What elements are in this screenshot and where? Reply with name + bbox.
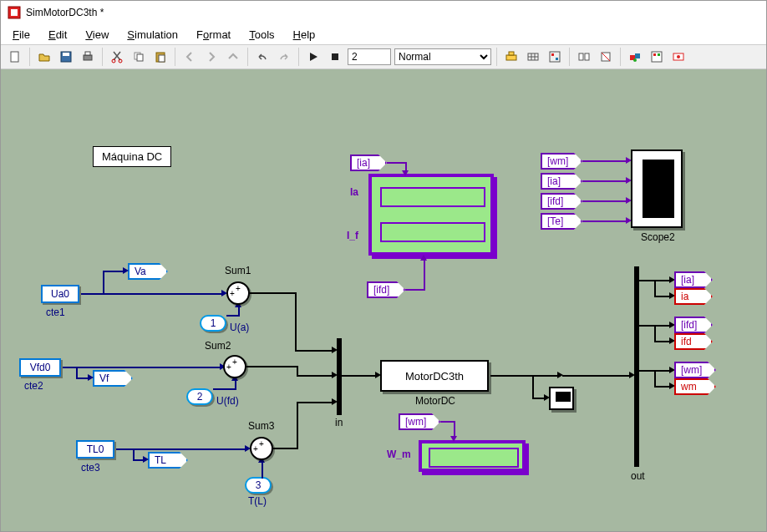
copy-button[interactable] [130,48,148,66]
arrow-icon [332,347,338,353]
block-displaygroup-iaf[interactable] [368,174,494,256]
block-goto-tl[interactable]: TL [148,452,188,469]
menu-simulation[interactable]: Simulation [119,27,186,43]
undo-button[interactable] [253,48,272,66]
arrow-icon [669,367,675,373]
svg-rect-1 [11,9,18,16]
forward-button[interactable] [202,48,221,66]
menu-tools[interactable]: Tools [241,27,282,43]
block-sum1[interactable] [226,281,250,305]
block-goto-ifd-red[interactable]: ifd [674,333,713,350]
window-title: SimMotorDC3th * [26,7,104,18]
block-inport-3[interactable]: 3 [245,477,272,494]
menu-help[interactable]: Help [285,27,324,43]
arrow-icon [669,322,675,328]
block-goto-wm[interactable]: [wm] [674,362,716,378]
block-from-wm-disp[interactable]: [wm] [399,413,440,430]
block-sum3[interactable] [250,437,273,460]
wire [297,375,333,377]
title-bar: SimMotorDC3th * [1,1,766,24]
toolbar: Normal [1,44,766,69]
block-constant-tl0[interactable]: TL0 [76,440,114,459]
block-inport-1[interactable]: 1 [200,315,226,332]
block-goto-ifd[interactable]: [ifd] [674,317,713,333]
toolbar-separator [620,48,621,66]
new-button[interactable] [6,48,24,66]
menu-view[interactable]: View [77,27,117,43]
menu-format[interactable]: Format [188,27,239,43]
svg-rect-27 [653,53,656,56]
wire [116,448,246,450]
model-explorer-button[interactable] [648,48,666,66]
block-goto-ia-red[interactable]: ia [674,288,713,305]
arrow-icon [402,170,409,176]
block-from-ifd-disp[interactable]: [ifd] [367,281,405,298]
block-sum2[interactable] [223,355,246,378]
open-button[interactable] [35,48,53,66]
block-from-ia-disp[interactable]: [ia] [350,155,387,171]
stop-time-input[interactable] [348,48,391,65]
block-constant-ua0[interactable]: Ua0 [41,285,79,303]
toolbar-icon[interactable] [502,48,521,66]
arrow-icon [669,292,675,299]
block-goto-wm-red[interactable]: wm [674,378,716,395]
cut-button[interactable] [108,48,126,66]
block-demux-out[interactable] [634,266,639,467]
simulation-mode-select[interactable]: Normal [394,48,491,65]
block-from-te-scope[interactable]: [Te] [541,213,582,230]
svg-rect-5 [84,55,92,60]
toolbar-separator [496,48,497,66]
block-goto-va[interactable]: Va [128,263,168,280]
svg-rect-10 [137,54,143,61]
block-displaygroup-wm[interactable] [419,440,526,472]
wire [654,370,656,387]
save-button[interactable] [57,48,75,66]
block-from-ia-scope[interactable]: [ia] [541,173,582,190]
stop-button[interactable] [326,48,344,66]
svg-rect-24 [635,53,640,58]
block-scope2[interactable] [631,149,683,228]
up-button[interactable] [224,48,242,66]
block-goto-ia[interactable]: [ia] [674,271,713,288]
print-button[interactable] [79,48,97,66]
wire [562,375,631,377]
model-canvas[interactable]: Máquina DC Ua0 cte1 Va Vfd0 cte2 Vf TL0 … [1,69,766,531]
toolbar-icon[interactable] [669,48,688,66]
toolbar-icon[interactable] [546,48,564,66]
block-from-wm-scope[interactable]: [wm] [541,153,582,170]
block-motordc[interactable]: MotorDC3th [380,360,489,392]
arrow-icon [88,374,94,381]
wire [342,375,377,377]
block-from-ifd-scope[interactable]: [ifd] [541,193,582,210]
arrow-icon [420,255,427,261]
wire [582,200,627,202]
run-button[interactable] [304,48,323,66]
menu-file[interactable]: File [4,27,38,43]
toolbar-separator [247,48,248,66]
display-slot-if [380,222,485,242]
paste-button[interactable] [151,48,170,66]
back-button[interactable] [180,48,199,66]
label-ia-disp: Ia [350,186,358,198]
block-constant-vfd0[interactable]: Vfd0 [19,358,61,377]
label-demux-out: out [631,470,645,482]
annotation-title[interactable]: Máquina DC [93,146,171,167]
block-inport-2[interactable]: 2 [186,388,213,405]
toolbar-icon[interactable] [524,48,542,66]
wire [133,448,135,460]
block-scope-small[interactable] [549,387,574,410]
block-goto-vf[interactable]: Vf [93,370,133,387]
toolbar-icon[interactable] [575,48,593,66]
label-cte1: cte1 [46,307,65,318]
toolbar-icon[interactable] [597,48,615,66]
label-cte2: cte2 [24,380,43,392]
svg-rect-26 [652,52,662,62]
wire [654,386,671,388]
arrow-icon [143,456,149,463]
library-browser-button[interactable] [626,48,644,66]
wire [295,350,333,352]
wire [424,259,425,291]
menu-edit[interactable]: Edit [40,27,75,43]
toolbar-separator [102,48,103,66]
redo-button[interactable] [275,48,293,66]
